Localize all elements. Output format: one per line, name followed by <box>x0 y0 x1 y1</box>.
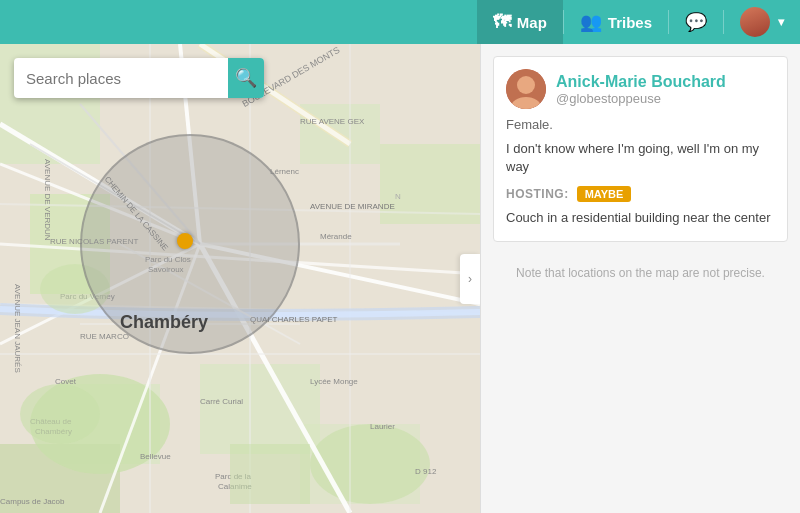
svg-text:Bellevue: Bellevue <box>140 452 171 461</box>
svg-point-60 <box>517 76 535 94</box>
avatar <box>506 69 546 109</box>
search-button[interactable]: 🔍 <box>228 58 264 98</box>
svg-rect-58 <box>230 444 310 504</box>
svg-text:N: N <box>395 192 401 201</box>
search-input[interactable] <box>14 70 228 87</box>
nav-tribes-label: Tribes <box>608 14 652 31</box>
nav-user[interactable]: ▾ <box>724 0 800 44</box>
hosting-label: HOSTING: <box>506 187 569 201</box>
city-label: Chambéry <box>120 312 208 333</box>
svg-text:Mérande: Mérande <box>320 232 352 241</box>
right-panel: Anick-Marie Bouchard @globestoppeuse Fem… <box>480 44 800 513</box>
hosting-badge: MAYBE <box>577 186 632 202</box>
svg-text:AVENUE DE VERDUN: AVENUE DE VERDUN <box>43 159 52 241</box>
profile-gender: Female. <box>506 117 775 132</box>
location-marker <box>177 233 193 249</box>
nav-map-label: Map <box>517 14 547 31</box>
profile-header: Anick-Marie Bouchard @globestoppeuse <box>506 69 775 109</box>
chevron-down-icon: ▾ <box>778 15 784 29</box>
map-area[interactable]: BOULEVARD DES MONTS AVENUE DE VERDUN CHE… <box>0 44 480 513</box>
hosting-row: HOSTING: MAYBE <box>506 186 775 202</box>
avatar-image <box>506 69 546 109</box>
svg-text:AVENUE JEAN JAURÉS: AVENUE JEAN JAURÉS <box>13 284 22 373</box>
profile-info: Anick-Marie Bouchard @globestoppeuse <box>556 72 726 106</box>
nav-map[interactable]: 🗺 Map <box>477 0 563 44</box>
map-precision-note: Note that locations on the map are not p… <box>493 258 788 288</box>
nav-messages[interactable]: 💬 <box>669 0 723 44</box>
search-box: 🔍 <box>14 58 264 98</box>
svg-point-10 <box>310 424 430 504</box>
svg-text:D 912: D 912 <box>415 467 437 476</box>
svg-text:RUE MARCO: RUE MARCO <box>80 332 129 341</box>
messages-icon: 💬 <box>685 11 707 33</box>
svg-text:AVENUE DE MIRANDE: AVENUE DE MIRANDE <box>310 202 395 211</box>
couch-description: Couch in a residential building near the… <box>506 210 775 225</box>
tribes-icon: 👥 <box>580 11 602 33</box>
svg-point-57 <box>20 384 100 444</box>
profile-name[interactable]: Anick-Marie Bouchard <box>556 72 726 91</box>
svg-text:Carré Curial: Carré Curial <box>200 397 243 406</box>
map-icon: 🗺 <box>493 12 511 33</box>
svg-text:Campus de Jacob: Campus de Jacob <box>0 497 65 506</box>
profile-card: Anick-Marie Bouchard @globestoppeuse Fem… <box>493 56 788 242</box>
profile-username: @globestoppeuse <box>556 91 726 106</box>
svg-text:Laurier: Laurier <box>370 422 395 431</box>
collapse-panel-button[interactable]: › <box>460 254 480 304</box>
avatar <box>740 7 770 37</box>
nav-tribes[interactable]: 👥 Tribes <box>564 0 668 44</box>
search-icon: 🔍 <box>235 67 257 89</box>
svg-text:Lycée Monge: Lycée Monge <box>310 377 358 386</box>
svg-text:RUE AVENE GEX: RUE AVENE GEX <box>300 117 365 126</box>
profile-status: I don't know where I'm going, well I'm o… <box>506 140 775 176</box>
header: 🗺 Map 👥 Tribes 💬 ▾ <box>0 0 800 44</box>
chevron-right-icon: › <box>468 272 472 286</box>
